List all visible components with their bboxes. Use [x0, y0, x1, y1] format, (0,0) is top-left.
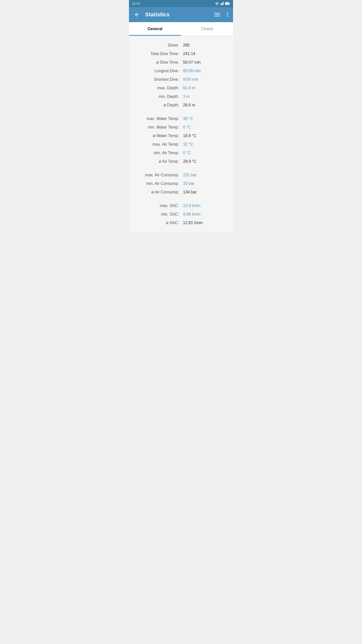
wifi-icon [215, 2, 219, 5]
back-button[interactable] [133, 11, 141, 19]
label-dives: Dives: [133, 43, 181, 48]
svg-rect-4 [223, 2, 224, 5]
stat-row-avg-air-consump: ø Air Consump: 134 bar [133, 188, 229, 196]
stat-row-avg-dive-time: ø Dive Time: 50:47 min [133, 58, 229, 67]
label-max-depth: max. Depth: [133, 86, 181, 90]
label-min-sac: min. SAC: [133, 212, 181, 217]
more-button[interactable] [226, 11, 229, 18]
svg-rect-7 [225, 3, 229, 5]
svg-rect-2 [222, 3, 222, 5]
value-max-water-temp: 30 °C [181, 116, 229, 121]
svg-rect-1 [221, 3, 221, 5]
stats-table: Dives: 285 Total Dive Time: 241:14 ø Div… [133, 41, 229, 227]
tab-general[interactable]: General [129, 22, 181, 36]
value-max-air-temp: 32 °C [181, 142, 229, 147]
value-total-dive-time: 241:14 [181, 52, 229, 56]
stat-row-max-depth: max. Depth: 61.6 m [133, 84, 229, 92]
back-arrow-icon [134, 12, 140, 18]
label-min-depth: min. Depth: [133, 94, 181, 99]
value-max-sac: 23.9 l/min [181, 204, 229, 208]
stat-row-max-sac: max. SAC: 23.9 l/min [133, 202, 229, 210]
section-gap-3 [133, 196, 229, 202]
label-avg-water-temp: ø Water Temp: [133, 134, 181, 138]
stat-row-total-dive-time: Total Dive Time: 241:14 [133, 50, 229, 58]
value-min-water-temp: 0 °C [181, 125, 229, 130]
stat-row-min-depth: min. Depth: 3 m [133, 92, 229, 101]
stat-row-min-air-consump: min. Air Consump: 33 bar [133, 179, 229, 188]
stat-row-dives: Dives: 285 [133, 41, 229, 50]
label-max-air-temp: max. Air Temp: [133, 142, 181, 147]
stats-content: Dives: 285 Total Dive Time: 241:14 ø Div… [129, 36, 233, 232]
status-icons [215, 2, 230, 5]
label-avg-air-consump: ø Air Consump: [133, 190, 181, 194]
value-avg-air-temp: 28.9 °C [181, 159, 229, 164]
value-min-depth: 3 m [181, 94, 229, 99]
stat-row-max-air-temp: max. Air Temp: 32 °C [133, 140, 229, 149]
tab-charts[interactable]: Charts [181, 22, 233, 36]
menu-button[interactable] [213, 12, 221, 17]
value-shortest-dive: 9:00 min [181, 77, 229, 82]
stat-row-avg-sac: ø SAC: 12.81 l/min [133, 219, 229, 227]
app-bar-left: Statistics [133, 11, 170, 19]
value-avg-water-temp: 18.8 °C [181, 134, 229, 138]
label-longest-dive: Longest Dive: [133, 69, 181, 73]
svg-rect-6 [230, 3, 230, 4]
stat-row-avg-air-temp: ø Air Temp: 28.9 °C [133, 157, 229, 166]
app-bar: Statistics [129, 7, 233, 22]
tabs-container: General Charts [129, 22, 233, 36]
value-longest-dive: 80:00 min [181, 69, 229, 73]
stat-row-min-air-temp: min. Air Temp: 0 °C [133, 149, 229, 157]
label-avg-air-temp: ø Air Temp: [133, 159, 181, 164]
label-max-sac: max. SAC: [133, 204, 181, 208]
label-avg-depth: ø Depth: [133, 103, 181, 107]
signal-icon [220, 2, 224, 5]
label-min-air-consump: min. Air Consump: [133, 181, 181, 186]
stat-row-max-air-consump: max. Air Consump: 231 bar [133, 171, 229, 179]
stat-row-longest-dive: Longest Dive: 80:00 min [133, 67, 229, 75]
stat-row-min-water-temp: min. Water Temp: 0 °C [133, 123, 229, 132]
status-bar: 11:37 [129, 0, 233, 7]
stat-row-max-water-temp: max. Water Temp: 30 °C [133, 114, 229, 123]
stat-row-avg-depth: ø Depth: 26.6 m [133, 101, 229, 109]
label-max-water-temp: max. Water Temp: [133, 116, 181, 121]
label-total-dive-time: Total Dive Time: [133, 52, 181, 56]
app-bar-right [213, 11, 229, 18]
label-shortest-dive: Shortest Dive: [133, 77, 181, 82]
label-min-water-temp: min. Water Temp: [133, 125, 181, 130]
svg-rect-3 [222, 2, 223, 5]
value-max-air-consump: 231 bar [181, 173, 229, 177]
label-avg-sac: ø SAC: [133, 221, 181, 225]
value-dives: 285 [181, 43, 229, 48]
status-time: 11:37 [132, 2, 140, 6]
value-min-air-consump: 33 bar [181, 181, 229, 186]
hamburger-icon [214, 13, 220, 16]
value-avg-air-consump: 134 bar [181, 190, 229, 194]
section-gap-2 [133, 166, 229, 171]
label-avg-dive-time: ø Dive Time: [133, 60, 181, 65]
label-min-air-temp: min. Air Temp: [133, 151, 181, 155]
more-vertical-icon [227, 12, 228, 17]
value-avg-depth: 26.6 m [181, 103, 229, 107]
stat-row-min-sac: min. SAC: 9.98 l/min [133, 210, 229, 219]
value-max-depth: 61.6 m [181, 86, 229, 90]
section-gap-1 [133, 109, 229, 114]
svg-rect-0 [220, 4, 221, 5]
value-min-air-temp: 0 °C [181, 151, 229, 155]
battery-icon [225, 2, 230, 5]
stat-row-shortest-dive: Shortest Dive: 9:00 min [133, 75, 229, 84]
value-avg-sac: 12.81 l/min [181, 221, 229, 225]
value-avg-dive-time: 50:47 min [181, 60, 229, 65]
page-title: Statistics [145, 11, 170, 18]
stat-row-avg-water-temp: ø Water Temp: 18.8 °C [133, 132, 229, 140]
label-max-air-consump: max. Air Consump: [133, 173, 181, 177]
value-min-sac: 9.98 l/min [181, 212, 229, 217]
